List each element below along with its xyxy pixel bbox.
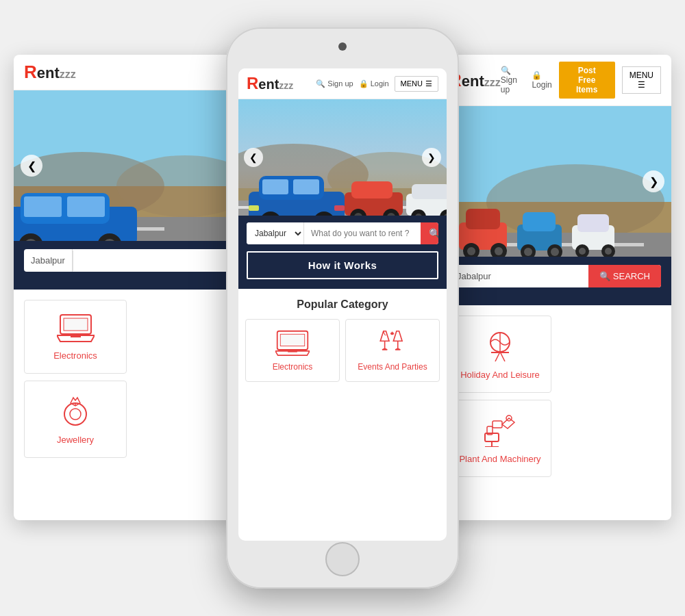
back-right-search-button[interactable]: 🔍 SEARCH	[588, 265, 661, 287]
back-left-hero: ❮	[14, 90, 247, 241]
back-right-menu-btn[interactable]: MENU ☰	[622, 66, 661, 94]
back-left-categories-grid: Electronics Jewellery	[24, 300, 236, 458]
svg-rect-77	[249, 205, 259, 211]
back-right-holiday-label: Holiday And Leisure	[460, 370, 540, 380]
back-right-signup[interactable]: 🔍 Sign up	[501, 66, 525, 94]
signup-link[interactable]: 🔍 Sign up	[316, 79, 353, 88]
app-logo: Rentzzz	[247, 74, 293, 93]
drinks-icon-phone	[375, 329, 410, 357]
back-left-cat-electronics[interactable]: Electronics	[24, 300, 127, 374]
how-it-works-button[interactable]: How it Works	[247, 251, 438, 279]
phone-frame: Rentzzz 🔍 Sign up 🔒 Login MENU ☰	[226, 27, 459, 589]
events-label: Events And Parties	[358, 362, 427, 372]
back-right-cars-svg	[438, 106, 671, 257]
svg-rect-80	[351, 181, 393, 198]
search-button[interactable]: 🔍	[421, 222, 438, 244]
back-right-machinery-label: Plant And Machinery	[459, 454, 540, 464]
hero-cars-svg	[238, 99, 447, 216]
svg-point-41	[551, 248, 559, 256]
logo-rent-phone: ent	[258, 77, 279, 92]
phone-home-button[interactable]	[325, 542, 360, 576]
logo-zzz-right: zzz	[484, 77, 501, 88]
back-right-cat-machinery[interactable]: Plant And Machinery	[449, 400, 551, 477]
login-link[interactable]: 🔒 Login	[359, 79, 389, 88]
hero-next-button[interactable]: ❯	[422, 148, 441, 167]
search-section: Jabalpur 🔍 How it Works	[238, 216, 447, 289]
categories-title: Popular Category	[245, 298, 440, 311]
back-right-search-placeholder	[505, 270, 583, 283]
back-right-search: Jabalpur 🔍 SEARCH	[438, 257, 671, 305]
svg-point-20	[70, 409, 81, 420]
logo-zzz-left: zzz	[60, 68, 76, 80]
back-right-next-btn[interactable]: ❯	[643, 170, 664, 192]
svg-rect-43	[577, 214, 609, 232]
hero-prev-button[interactable]: ❮	[244, 148, 263, 167]
svg-rect-86	[412, 184, 447, 199]
back-left-header: Rentzzz	[14, 55, 247, 90]
post-free-button[interactable]: Post Free Items	[559, 62, 615, 99]
back-left-location: Jabalpur	[24, 249, 73, 272]
back-left-car-svg	[14, 90, 247, 241]
svg-point-47	[605, 248, 612, 255]
svg-point-35	[495, 247, 503, 255]
back-left-logo: Rentzzz	[24, 62, 76, 83]
svg-rect-93	[288, 350, 297, 352]
back-left-jewellery-label: Jewellery	[57, 435, 94, 445]
back-left-screen: Rentzzz	[14, 55, 247, 520]
hero-image: ❮ ❯	[238, 99, 447, 216]
logo-rent-left: ent	[37, 64, 60, 81]
app-header: Rentzzz 🔍 Sign up 🔒 Login MENU ☰	[238, 68, 447, 99]
svg-point-45	[579, 248, 586, 255]
back-left-search: Jabalpur	[14, 241, 247, 290]
svg-rect-17	[64, 318, 88, 331]
location-select[interactable]: Jabalpur	[247, 222, 304, 244]
laptop-icon-left	[57, 313, 95, 344]
back-right-login[interactable]: 🔒 Login	[532, 70, 551, 90]
back-right-hero-bg: ❯	[438, 106, 671, 257]
phone-notch	[338, 42, 347, 51]
category-electronics[interactable]: Electronics	[245, 319, 340, 382]
svg-rect-14	[24, 196, 62, 217]
svg-rect-75	[262, 179, 288, 194]
back-right-cat-holiday[interactable]: Holiday And Leisure	[449, 316, 551, 393]
back-right-header: Rentzzz 🔍 Sign up 🔒 Login Post Free Item…	[438, 55, 671, 106]
svg-rect-37	[523, 212, 556, 231]
robot-arm-icon-right	[482, 413, 519, 447]
back-left-electronics-label: Electronics	[53, 350, 97, 361]
svg-rect-15	[67, 196, 105, 217]
phone-screen: Rentzzz 🔍 Sign up 🔒 Login MENU ☰	[238, 68, 447, 541]
svg-rect-78	[334, 205, 345, 211]
logo-zzz-phone: zzz	[279, 80, 293, 91]
scene: Rentzzz	[7, 14, 678, 602]
svg-line-52	[500, 352, 505, 361]
back-left-search-bar: Jabalpur	[24, 249, 236, 272]
back-left-cat-jewellery[interactable]: Jewellery	[24, 381, 127, 458]
logo-rent-right: ent	[462, 73, 484, 90]
electronics-label: Electronics	[273, 362, 313, 372]
category-events[interactable]: Events And Parties	[345, 319, 440, 382]
back-right-categories-grid: Holiday And Leisure Plant And Machinery	[449, 316, 661, 477]
svg-rect-55	[493, 421, 502, 428]
ring-icon-left	[58, 394, 92, 428]
logo-r-phone: R	[247, 74, 258, 93]
svg-rect-92	[280, 334, 304, 346]
back-right-categories: Holiday And Leisure Plant And Machinery	[438, 305, 671, 487]
holiday-icon-right	[482, 329, 519, 363]
search-input[interactable]	[304, 223, 421, 244]
categories-grid: Electronics	[245, 319, 440, 382]
back-right-nav: 🔍 Sign up 🔒 Login Post Free Items MENU ☰	[501, 62, 661, 99]
menu-button[interactable]: MENU ☰	[395, 76, 438, 92]
back-right-screen: Rentzzz 🔍 Sign up 🔒 Login Post Free Item…	[438, 55, 671, 520]
svg-point-39	[524, 248, 532, 256]
svg-rect-76	[293, 179, 319, 194]
header-nav: 🔍 Sign up 🔒 Login MENU ☰	[316, 76, 438, 92]
back-right-hero: ❯	[438, 106, 671, 257]
categories-section: Popular Category Electronics	[238, 289, 447, 541]
back-left-prev-btn[interactable]: ❮	[21, 155, 42, 177]
search-bar: Jabalpur 🔍	[247, 222, 438, 244]
svg-line-51	[495, 352, 500, 361]
back-left-categories: Electronics Jewellery	[14, 290, 247, 468]
svg-point-33	[467, 247, 475, 255]
back-left-hero-bg: ❮	[14, 90, 247, 241]
svg-rect-31	[466, 209, 500, 229]
